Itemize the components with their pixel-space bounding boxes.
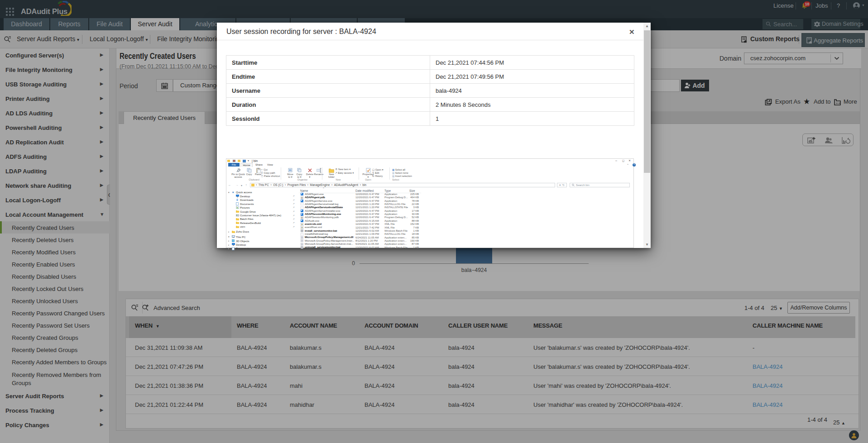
svg-text:⚙: ⚙ — [301, 217, 303, 219]
svg-text:⚙: ⚙ — [301, 197, 303, 199]
